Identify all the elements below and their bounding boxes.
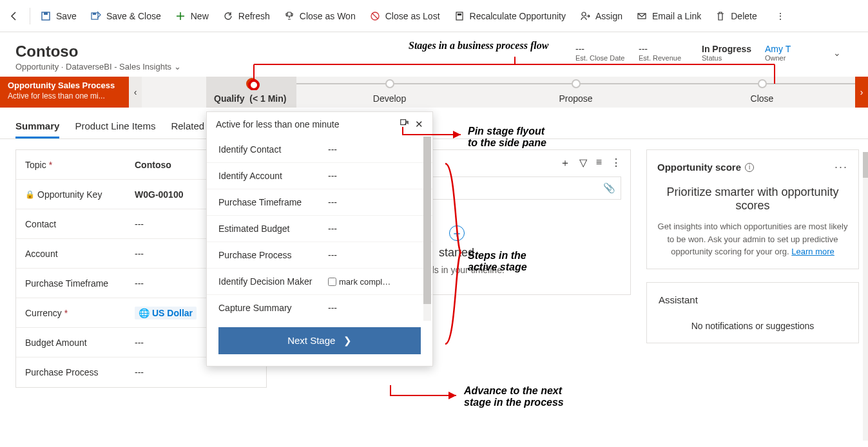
stage-flyout: Active for less than one minute ✕ Identi…	[206, 111, 433, 366]
more-vertical-icon: ⋮	[775, 11, 786, 21]
timeline-create-button[interactable]: ＋	[449, 225, 465, 241]
meta-owner[interactable]: Amy T Owner	[765, 44, 816, 62]
bpf-stage-close[interactable]: Close	[669, 77, 855, 108]
svg-point-8	[582, 12, 586, 16]
mail-icon	[637, 11, 647, 21]
trophy-icon	[284, 11, 294, 21]
bpf-dot	[385, 79, 394, 88]
trash-icon	[715, 11, 726, 21]
page-scrollbar[interactable]	[863, 152, 868, 441]
card-more-button[interactable]: ···	[834, 160, 848, 174]
chevron-down-icon: ⌄	[174, 62, 181, 71]
assistant-empty: No notifications or suggestions	[659, 321, 847, 331]
main: Topic * Contoso 🔒 Opportunity Key W0G-00…	[0, 139, 868, 388]
delete-button[interactable]: Delete	[709, 7, 763, 25]
bpf-process-name[interactable]: Opportunity Sales Process Active for les…	[0, 77, 129, 108]
prohibit-icon	[370, 11, 380, 21]
timeline-more-button[interactable]: ⋮	[611, 157, 621, 170]
step-purchase-timeframe[interactable]: Purchase Timeframe ---	[207, 189, 432, 216]
step-identify-contact[interactable]: Identify Contact ---	[207, 137, 432, 163]
assistant-card: Assistant No notifications or suggestion…	[646, 282, 859, 343]
mark-complete-checkbox[interactable]	[328, 278, 336, 286]
page-title: Contoso	[15, 43, 181, 61]
required-icon: *	[49, 160, 52, 170]
svg-rect-4	[287, 12, 291, 16]
step-capture-summary[interactable]: Capture Summary ---	[207, 295, 432, 321]
close-won-button[interactable]: Close as Won	[278, 7, 362, 25]
bpf-stage-propose[interactable]: Propose	[483, 77, 669, 108]
score-heading: Prioritize smarter with opportunity scor…	[657, 185, 848, 213]
meta-revenue[interactable]: --- Est. Revenue	[639, 44, 690, 62]
close-won-label: Close as Won	[300, 11, 356, 21]
back-button[interactable]	[3, 7, 26, 25]
bpf-dot-active	[246, 78, 258, 90]
delete-label: Delete	[731, 11, 757, 21]
close-icon[interactable]: ✕	[415, 119, 423, 130]
meta-status[interactable]: In Progress Status	[702, 44, 753, 62]
svg-rect-7	[458, 14, 461, 15]
plus-icon	[175, 11, 186, 21]
save-icon	[41, 11, 51, 21]
svg-rect-3	[93, 13, 96, 15]
back-arrow-icon	[9, 11, 19, 21]
breadcrumb[interactable]: Opportunity · DataverseBI - Sales Insigh…	[15, 62, 181, 71]
email-link-label: Email a Link	[652, 11, 701, 21]
divider	[30, 8, 30, 24]
score-title: Opportunity score	[657, 162, 741, 173]
tab-product-line-items[interactable]: Product Line Items	[75, 115, 155, 138]
recalc-button[interactable]: Recalculate Opportunity	[448, 7, 572, 25]
tab-summary[interactable]: Summary	[15, 115, 59, 138]
step-estimated-budget[interactable]: Estimated Budget ---	[207, 216, 432, 242]
refresh-button[interactable]: Refresh	[217, 7, 276, 25]
page-scroll-thumb[interactable]	[863, 152, 868, 178]
step-purchase-process[interactable]: Purchase Process ---	[207, 242, 432, 269]
timeline-filter-button[interactable]: ▽	[579, 157, 587, 170]
bpf-bar: Opportunity Sales Process Active for les…	[0, 77, 868, 108]
header-meta: --- Est. Close Date --- Est. Revenue In …	[575, 43, 853, 63]
flyout-body: Identify Contact --- Identify Account --…	[207, 137, 432, 321]
close-lost-label: Close as Lost	[385, 11, 440, 21]
bpf-prev-button[interactable]: ‹	[129, 77, 142, 108]
lock-icon: 🔒	[25, 190, 35, 199]
info-icon[interactable]: i	[745, 163, 754, 172]
tab-related[interactable]: Related	[171, 115, 204, 138]
step-decision-maker[interactable]: Identify Decision Maker mark compl…	[207, 269, 432, 295]
refresh-icon	[223, 11, 233, 21]
save-label: Save	[56, 11, 77, 21]
record-header: Contoso Opportunity · DataverseBI - Sale…	[0, 32, 868, 77]
bpf-stages: Qualify (< 1 Min) Develop Propose Close	[206, 77, 855, 108]
overflow-button[interactable]: ⋮	[769, 7, 792, 25]
save-button[interactable]: Save	[34, 7, 83, 25]
opportunity-score-card: Opportunity score i ··· Prioritize smart…	[646, 149, 859, 269]
timeline-add-button[interactable]: ＋	[560, 157, 570, 170]
save-close-button[interactable]: Save & Close	[84, 7, 168, 25]
email-link-button[interactable]: Email a Link	[630, 7, 708, 25]
bpf-next-button[interactable]: ›	[855, 77, 868, 108]
assistant-title: Assistant	[659, 294, 847, 305]
next-stage-button[interactable]: Next Stage ❯	[218, 327, 421, 354]
close-lost-button[interactable]: Close as Lost	[363, 7, 447, 25]
insights-column: Opportunity score i ··· Prioritize smart…	[646, 149, 859, 388]
globe-icon: 🌐	[139, 308, 149, 318]
meta-close-date[interactable]: --- Est. Close Date	[575, 44, 627, 62]
flyout-title: Active for less than one minute	[216, 119, 339, 129]
assign-button[interactable]: Assign	[574, 7, 629, 25]
new-label: New	[191, 11, 209, 21]
bpf-dot	[572, 79, 581, 88]
annot-advance: Advance to the nextstage in the process	[464, 385, 564, 408]
assign-label: Assign	[595, 11, 622, 21]
new-button[interactable]: New	[169, 7, 215, 25]
command-bar: Save Save & Close New Refresh Close as W…	[0, 0, 868, 32]
flyout-scroll-thumb[interactable]	[423, 137, 431, 304]
step-identify-account[interactable]: Identify Account ---	[207, 163, 432, 189]
learn-more-link[interactable]: Learn more	[791, 247, 834, 256]
score-body: Get insights into which opportunities ar…	[657, 220, 848, 258]
timeline-sort-button[interactable]: ≡	[596, 157, 602, 170]
bpf-dot	[758, 79, 767, 88]
save-close-icon	[91, 11, 101, 21]
pin-icon[interactable]	[400, 119, 409, 130]
bpf-stage-qualify[interactable]: Qualify (< 1 Min)	[206, 77, 296, 108]
bpf-stage-develop[interactable]: Develop	[296, 77, 483, 108]
header-expand-button[interactable]: ⌄	[828, 43, 846, 63]
svg-rect-1	[44, 12, 48, 15]
